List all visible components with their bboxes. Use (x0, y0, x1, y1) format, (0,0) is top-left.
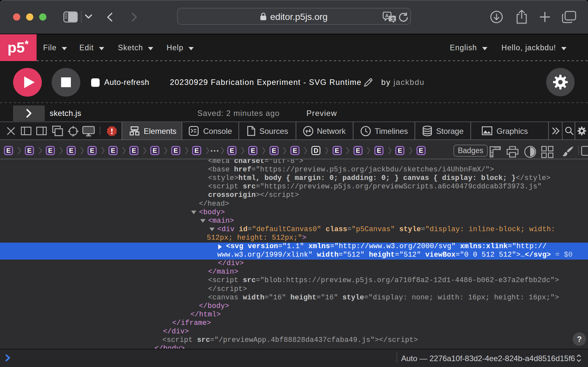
svg-text:A: A (385, 13, 389, 18)
svg-text:文: 文 (391, 17, 395, 22)
